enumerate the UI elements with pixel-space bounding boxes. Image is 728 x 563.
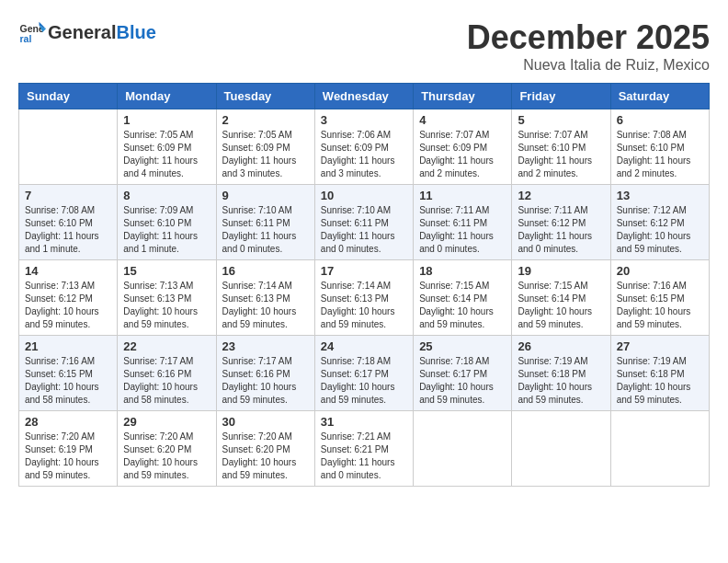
day-number: 10: [321, 189, 407, 202]
col-header-wednesday: Wednesday: [314, 84, 413, 109]
day-info: Sunrise: 7:14 AMSunset: 6:13 PMDaylight:…: [222, 280, 309, 331]
day-info: Sunrise: 7:19 AMSunset: 6:18 PMDaylight:…: [518, 355, 604, 407]
day-info: Sunrise: 7:09 AMSunset: 6:10 PMDaylight:…: [123, 204, 210, 256]
calendar-cell: 13Sunrise: 7:12 AMSunset: 6:12 PMDayligh…: [610, 185, 709, 260]
calendar-cell: 20Sunrise: 7:16 AMSunset: 6:15 PMDayligh…: [610, 260, 709, 336]
day-info: Sunrise: 7:17 AMSunset: 6:16 PMDaylight:…: [222, 355, 309, 407]
calendar-row-4: 28Sunrise: 7:20 AMSunset: 6:19 PMDayligh…: [19, 411, 710, 487]
calendar-cell: 25Sunrise: 7:18 AMSunset: 6:17 PMDayligh…: [414, 336, 512, 411]
calendar-cell: 2Sunrise: 7:05 AMSunset: 6:09 PMDaylight…: [216, 109, 314, 185]
calendar-cell: 6Sunrise: 7:08 AMSunset: 6:10 PMDaylight…: [610, 109, 709, 185]
col-header-tuesday: Tuesday: [216, 84, 314, 109]
day-number: 16: [222, 264, 309, 278]
day-info: Sunrise: 7:15 AMSunset: 6:14 PMDaylight:…: [518, 280, 604, 331]
day-info: Sunrise: 7:16 AMSunset: 6:15 PMDaylight:…: [25, 355, 111, 407]
day-number: 24: [321, 339, 407, 353]
calendar-cell: [414, 411, 512, 487]
day-info: Sunrise: 7:20 AMSunset: 6:19 PMDaylight:…: [25, 431, 111, 482]
calendar-cell: 18Sunrise: 7:15 AMSunset: 6:14 PMDayligh…: [414, 260, 512, 336]
day-info: Sunrise: 7:10 AMSunset: 6:11 PMDaylight:…: [222, 204, 309, 256]
day-number: 4: [419, 113, 506, 127]
day-number: 21: [25, 339, 111, 353]
calendar-cell: 16Sunrise: 7:14 AMSunset: 6:13 PMDayligh…: [216, 260, 314, 336]
calendar-cell: 7Sunrise: 7:08 AMSunset: 6:10 PMDaylight…: [19, 185, 118, 260]
day-info: Sunrise: 7:12 AMSunset: 6:12 PMDaylight:…: [617, 204, 703, 256]
calendar-cell: 19Sunrise: 7:15 AMSunset: 6:14 PMDayligh…: [512, 260, 610, 336]
day-number: 22: [123, 339, 210, 353]
calendar-header-row: SundayMondayTuesdayWednesdayThursdayFrid…: [19, 84, 710, 109]
day-number: 12: [518, 189, 604, 202]
calendar-cell: [610, 411, 709, 487]
logo-general: General: [48, 22, 116, 43]
day-number: 9: [222, 189, 309, 202]
location-title: Nueva Italia de Ruiz, Mexico: [467, 57, 710, 74]
day-info: Sunrise: 7:20 AMSunset: 6:20 PMDaylight:…: [123, 431, 210, 482]
day-number: 2: [222, 113, 309, 127]
day-info: Sunrise: 7:14 AMSunset: 6:13 PMDaylight:…: [321, 280, 407, 331]
day-info: Sunrise: 7:08 AMSunset: 6:10 PMDaylight:…: [25, 204, 111, 256]
calendar-row-0: 1Sunrise: 7:05 AMSunset: 6:09 PMDaylight…: [19, 109, 710, 185]
col-header-friday: Friday: [512, 84, 610, 109]
month-title: December 2025: [467, 18, 710, 57]
day-info: Sunrise: 7:18 AMSunset: 6:17 PMDaylight:…: [321, 355, 407, 407]
day-number: 23: [222, 339, 309, 353]
calendar-row-3: 21Sunrise: 7:16 AMSunset: 6:15 PMDayligh…: [19, 336, 710, 411]
day-info: Sunrise: 7:07 AMSunset: 6:09 PMDaylight:…: [419, 129, 506, 180]
day-info: Sunrise: 7:19 AMSunset: 6:18 PMDaylight:…: [617, 355, 703, 407]
calendar-cell: 27Sunrise: 7:19 AMSunset: 6:18 PMDayligh…: [610, 336, 709, 411]
day-info: Sunrise: 7:16 AMSunset: 6:15 PMDaylight:…: [617, 280, 703, 331]
day-number: 6: [617, 113, 703, 127]
day-number: 25: [419, 339, 506, 353]
col-header-sunday: Sunday: [19, 84, 118, 109]
day-info: Sunrise: 7:13 AMSunset: 6:12 PMDaylight:…: [25, 280, 111, 331]
day-info: Sunrise: 7:13 AMSunset: 6:13 PMDaylight:…: [123, 280, 210, 331]
day-number: 17: [321, 264, 407, 278]
day-number: 13: [617, 189, 703, 202]
calendar-cell: 10Sunrise: 7:10 AMSunset: 6:11 PMDayligh…: [314, 185, 413, 260]
calendar-cell: [19, 109, 118, 185]
title-area: December 2025 Nueva Italia de Ruiz, Mexi…: [467, 18, 710, 74]
logo: Gene ral General Blue: [18, 18, 156, 46]
day-info: Sunrise: 7:21 AMSunset: 6:21 PMDaylight:…: [321, 431, 407, 482]
calendar-cell: 22Sunrise: 7:17 AMSunset: 6:16 PMDayligh…: [118, 336, 216, 411]
calendar-cell: 4Sunrise: 7:07 AMSunset: 6:09 PMDaylight…: [414, 109, 512, 185]
day-info: Sunrise: 7:11 AMSunset: 6:12 PMDaylight:…: [518, 204, 604, 256]
day-number: 27: [617, 339, 703, 353]
day-number: 8: [123, 189, 210, 202]
calendar-cell: 29Sunrise: 7:20 AMSunset: 6:20 PMDayligh…: [118, 411, 216, 487]
calendar-cell: 9Sunrise: 7:10 AMSunset: 6:11 PMDaylight…: [216, 185, 314, 260]
day-number: 7: [25, 189, 111, 202]
calendar-cell: 15Sunrise: 7:13 AMSunset: 6:13 PMDayligh…: [118, 260, 216, 336]
day-number: 14: [25, 264, 111, 278]
calendar-cell: 24Sunrise: 7:18 AMSunset: 6:17 PMDayligh…: [314, 336, 413, 411]
day-number: 3: [321, 113, 407, 127]
day-number: 20: [617, 264, 703, 278]
col-header-thursday: Thursday: [414, 84, 512, 109]
day-number: 31: [321, 415, 407, 429]
day-info: Sunrise: 7:17 AMSunset: 6:16 PMDaylight:…: [123, 355, 210, 407]
calendar-cell: 14Sunrise: 7:13 AMSunset: 6:12 PMDayligh…: [19, 260, 118, 336]
calendar-table: SundayMondayTuesdayWednesdayThursdayFrid…: [18, 83, 710, 487]
day-number: 30: [222, 415, 309, 429]
header: Gene ral General Blue December 2025 Nuev…: [18, 18, 710, 74]
day-number: 26: [518, 339, 604, 353]
day-info: Sunrise: 7:05 AMSunset: 6:09 PMDaylight:…: [222, 129, 309, 180]
calendar-cell: 26Sunrise: 7:19 AMSunset: 6:18 PMDayligh…: [512, 336, 610, 411]
day-info: Sunrise: 7:15 AMSunset: 6:14 PMDaylight:…: [419, 280, 506, 331]
calendar-cell: 31Sunrise: 7:21 AMSunset: 6:21 PMDayligh…: [314, 411, 413, 487]
calendar-cell: 8Sunrise: 7:09 AMSunset: 6:10 PMDaylight…: [118, 185, 216, 260]
calendar-cell: [512, 411, 610, 487]
calendar-cell: 12Sunrise: 7:11 AMSunset: 6:12 PMDayligh…: [512, 185, 610, 260]
col-header-saturday: Saturday: [610, 84, 709, 109]
day-info: Sunrise: 7:08 AMSunset: 6:10 PMDaylight:…: [617, 129, 703, 180]
calendar-cell: 3Sunrise: 7:06 AMSunset: 6:09 PMDaylight…: [314, 109, 413, 185]
day-number: 15: [123, 264, 210, 278]
calendar-cell: 11Sunrise: 7:11 AMSunset: 6:11 PMDayligh…: [414, 185, 512, 260]
calendar-row-2: 14Sunrise: 7:13 AMSunset: 6:12 PMDayligh…: [19, 260, 710, 336]
day-number: 18: [419, 264, 506, 278]
calendar-cell: 28Sunrise: 7:20 AMSunset: 6:19 PMDayligh…: [19, 411, 118, 487]
day-info: Sunrise: 7:11 AMSunset: 6:11 PMDaylight:…: [419, 204, 506, 256]
calendar-cell: 30Sunrise: 7:20 AMSunset: 6:20 PMDayligh…: [216, 411, 314, 487]
calendar-row-1: 7Sunrise: 7:08 AMSunset: 6:10 PMDaylight…: [19, 185, 710, 260]
day-info: Sunrise: 7:06 AMSunset: 6:09 PMDaylight:…: [321, 129, 407, 180]
